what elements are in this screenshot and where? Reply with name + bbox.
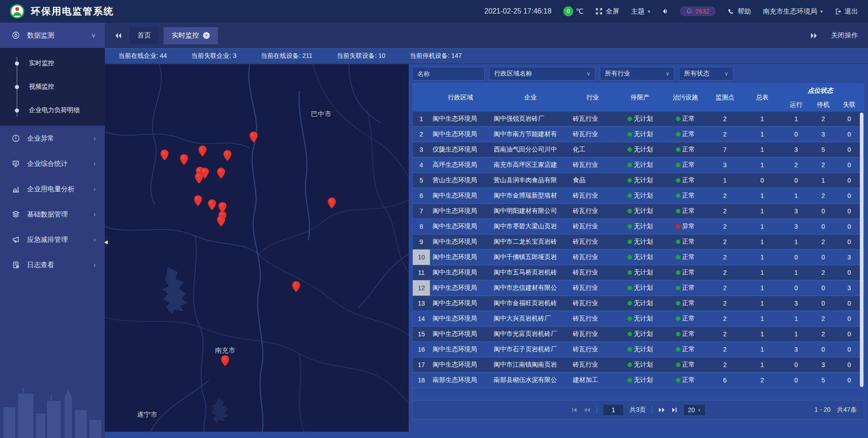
map-pin[interactable] <box>208 199 217 211</box>
chevron-left-icon: ‹ <box>94 261 96 268</box>
map-pin[interactable] <box>249 131 258 143</box>
map-pin[interactable] <box>292 281 301 293</box>
tab[interactable]: 首页 <box>129 27 159 44</box>
notification-badge[interactable]: 2632 <box>680 6 716 16</box>
row-stop-status: 无计划 <box>615 238 665 246</box>
table-row[interactable]: 4高坪生态环境局南充市高坪区王家店建砖瓦行业无计划正常31220 <box>413 158 864 173</box>
help-button[interactable]: 帮助 <box>727 7 751 16</box>
map-panel[interactable]: 巴中市南充市遂宁市 ◀ <box>105 64 409 432</box>
sidebar-item-logs[interactable]: 日志查看‹ <box>0 252 105 278</box>
row-facility-status: 正常 <box>665 115 706 123</box>
table-row[interactable]: 1阆中生态环境局阆中强锐页岩砖厂砖瓦行业无计划正常21120 <box>413 112 864 127</box>
sidebar-item-emergency[interactable]: 应急减排管理‹ <box>0 227 105 252</box>
tab-close-icon[interactable]: × <box>203 32 210 39</box>
sidebar-subitem[interactable]: 实时监控 <box>0 52 105 75</box>
page-size-select[interactable]: 20 ∨ <box>683 404 705 416</box>
fullscreen-icon <box>595 8 603 15</box>
map-pin[interactable] <box>223 150 232 162</box>
phone-icon <box>727 8 734 15</box>
table-row[interactable]: 16阆中生态环境局阆中市石子页岩机砖厂砖瓦行业无计划正常21300 <box>413 342 864 358</box>
org-menu[interactable]: 南充市生态环境局 ▾ <box>763 7 823 16</box>
row-monitor-points: 2 <box>706 300 744 307</box>
sidebar-item-enterprise-stats[interactable]: 企业综合统计‹ <box>0 151 105 176</box>
table-row[interactable]: 17阆中生态环境局阆中市江南镇阆南页岩砖瓦行业无计划正常21030 <box>413 358 864 373</box>
map-pin[interactable] <box>327 197 336 209</box>
topbar-actions: 2021-02-25 17:46:18 0 ℃ 全屏 主题 ▾ <box>484 6 858 16</box>
row-company: 阆中市五马桥页岩机砖 <box>491 268 570 277</box>
table-row[interactable]: 6阆中生态环境局阆中市金博瑞新型墙材砖瓦行业无计划正常21120 <box>413 188 864 204</box>
logout-button[interactable]: 退出 <box>835 7 858 16</box>
row-running: 3 <box>780 223 812 230</box>
map-pin[interactable] <box>160 149 169 161</box>
sidebar-subitem[interactable]: 视频监控 <box>0 75 105 99</box>
map-collapse-button[interactable]: ◀ <box>105 236 111 248</box>
column-header: 治污设施 <box>665 94 706 102</box>
map-pin[interactable] <box>217 167 226 179</box>
row-total-meters: 1 <box>744 131 780 138</box>
first-page-button[interactable] <box>571 407 578 413</box>
map-pin[interactable] <box>193 195 203 207</box>
sidebar-item-data-monitoring[interactable]: 数据监测∨ <box>0 23 105 48</box>
tabs-scroll-left-button[interactable] <box>112 31 125 41</box>
fullscreen-button[interactable]: 全屏 <box>595 7 619 16</box>
close-operations-button[interactable]: 关闭操作 <box>831 31 858 40</box>
table-row[interactable]: 15阆中生态环境局阆中市光富页岩机砖厂砖瓦行业无计划正常21120 <box>413 327 864 342</box>
tab[interactable]: 实时监控× <box>164 27 218 44</box>
tabs-scroll-right-button[interactable] <box>807 31 820 41</box>
page-number-input[interactable] <box>603 404 624 416</box>
row-index-cell: 7 <box>413 203 430 219</box>
row-stopped: 1 <box>812 177 835 184</box>
industry-filter-select[interactable]: 所有行业 ∨ <box>600 67 675 80</box>
table-row[interactable]: 8阆中生态环境局阆中市枣碧大梁山页岩砖瓦行业无计划异常21300 <box>413 219 864 235</box>
row-index: 8 <box>413 219 430 234</box>
table-row[interactable]: 7阆中生态环境局阆中明阳建材有限公司砖瓦行业无计划正常21300 <box>413 204 864 219</box>
map-pin[interactable] <box>217 215 226 227</box>
prev-page-button[interactable] <box>584 407 591 413</box>
theme-menu[interactable]: 主题 ▾ <box>631 7 651 16</box>
table-row[interactable]: 14阆中生态环境局阆中大兴页岩机砖厂砖瓦行业无计划正常21120 <box>413 311 864 327</box>
table-row[interactable]: 18南部生态环境局南部县砌伍水泥有限公建材加工无计划正常62050 <box>413 373 864 388</box>
region-filter-select[interactable]: 行政区域名称 ∨ <box>489 67 595 80</box>
name-filter-input[interactable] <box>412 67 485 80</box>
table-scrollbar-thumb[interactable] <box>860 113 863 387</box>
row-total-meters: 1 <box>744 223 780 230</box>
table-row[interactable]: 11阆中生态环境局阆中市五马桥页岩机砖砖瓦行业无计划正常21120 <box>413 265 864 281</box>
sound-button[interactable] <box>662 8 668 14</box>
sidebar-subitem[interactable]: 企业电力负荷明细 <box>0 99 105 122</box>
row-facility-status-label: 正常 <box>682 330 695 337</box>
row-running: 0 <box>780 377 812 384</box>
table-row[interactable]: 9阆中生态环境局阆中市二龙长宝页岩砖砖瓦行业无计划正常21120 <box>413 235 864 250</box>
sidebar-item-base-data[interactable]: 基础数据管理‹ <box>0 202 105 227</box>
pagination-bar: 共3页 20 ∨ <box>413 400 864 419</box>
table-row[interactable]: 3仪陇生态环境局西南油气田分公司川中化工无计划正常71350 <box>413 142 864 158</box>
table-scrollbar[interactable] <box>860 113 863 398</box>
status-dot-green <box>627 132 632 137</box>
row-index-cell: 11 <box>413 265 430 280</box>
status-filter-select[interactable]: 所有状态 ∨ <box>679 67 733 80</box>
map-pin[interactable] <box>179 154 189 166</box>
map-pin[interactable] <box>221 355 230 367</box>
table-row[interactable]: 2阆中生态环境局阆中市南方节能建材有砖瓦行业无计划正常21030 <box>413 127 864 142</box>
row-district: 仪陇生态环境局 <box>430 146 491 154</box>
last-page-button[interactable] <box>671 407 677 413</box>
sidebar-item-power-analysis[interactable]: 企业用电量分析‹ <box>0 176 105 202</box>
map-pin[interactable] <box>198 145 207 157</box>
table-row[interactable]: 10阆中生态环境局阆中千佛镇五郎垭页岩砖瓦行业无计划正常21003 <box>413 250 864 265</box>
row-company: 阆中市枣碧大梁山页岩 <box>491 222 570 231</box>
row-stopped: 5 <box>812 146 835 153</box>
map-pin[interactable] <box>194 172 203 184</box>
data-monitoring-icon <box>12 31 21 39</box>
content: 巴中市南充市遂宁市 ◀ 行政区域名称 ∨ 所有行业 ∨ <box>105 64 868 438</box>
table-row[interactable]: 5营山生态环境局营山县润丰肉食品有限食品无计划正常10010 <box>413 173 864 188</box>
table-row[interactable]: 13阆中生态环境局阆中市金福旺页岩机砖砖瓦行业无计划正常21300 <box>413 296 864 311</box>
sidebar-item-enterprise-abnormal[interactable]: 企业异常‹ <box>0 126 105 151</box>
row-running: 0 <box>780 131 812 138</box>
table-row[interactable]: 12阆中生态环境局阆中市忠信建材有限公砖瓦行业无计划正常21003 <box>413 281 864 296</box>
row-monitor-points: 2 <box>706 346 744 353</box>
next-page-button[interactable] <box>658 407 665 413</box>
datetime: 2021-02-25 17:46:18 <box>484 7 552 15</box>
row-stop-status: 无计划 <box>615 299 665 307</box>
row-company: 西南油气田分公司川中 <box>491 146 570 154</box>
status-dot-green <box>676 209 680 213</box>
exit-icon <box>835 8 841 15</box>
